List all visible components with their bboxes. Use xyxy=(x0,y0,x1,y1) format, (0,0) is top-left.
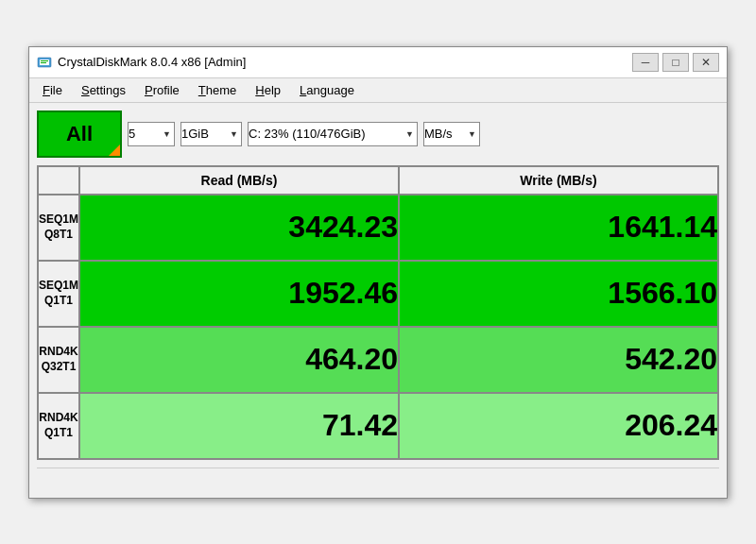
read-value: 3424.23 xyxy=(79,195,399,261)
count-select-wrapper: 1 3 5 9 xyxy=(128,122,175,146)
table-row: SEQ1MQ1T11952.461566.10 xyxy=(38,261,718,327)
table-row: RND4KQ32T1464.20542.20 xyxy=(38,327,718,393)
write-value: 542.20 xyxy=(399,327,718,393)
toolbar: All 1 3 5 9 512MiB 1GiB 2GiB 4GiB xyxy=(37,110,719,158)
read-value: 464.20 xyxy=(79,327,399,393)
write-value: 1641.14 xyxy=(399,195,718,261)
title-bar: CrystalDiskMark 8.0.4 x86 [Admin] ─ □ ✕ xyxy=(29,47,727,78)
maximize-button[interactable]: □ xyxy=(662,53,689,72)
row-label: RND4KQ1T1 xyxy=(38,393,79,459)
row-label: RND4KQ32T1 xyxy=(38,327,79,393)
row-label: SEQ1MQ1T1 xyxy=(38,261,79,327)
svg-rect-3 xyxy=(41,62,46,63)
drive-select-wrapper: C: 23% (110/476GiB) xyxy=(248,122,418,146)
menu-theme[interactable]: Theme xyxy=(189,80,246,100)
menu-file[interactable]: File xyxy=(33,80,72,100)
table-row: SEQ1MQ8T13424.231641.14 xyxy=(38,195,718,261)
write-value: 206.24 xyxy=(399,393,718,459)
menu-language[interactable]: Language xyxy=(290,80,364,100)
results-table: Read (MB/s) Write (MB/s) SEQ1MQ8T13424.2… xyxy=(37,165,719,460)
close-button[interactable]: ✕ xyxy=(693,53,719,72)
status-bar xyxy=(37,468,719,490)
main-window: CrystalDiskMark 8.0.4 x86 [Admin] ─ □ ✕ … xyxy=(28,46,728,499)
table-header-row: Read (MB/s) Write (MB/s) xyxy=(38,166,718,195)
read-value: 71.42 xyxy=(79,393,399,459)
menu-settings[interactable]: Settings xyxy=(72,80,135,100)
menu-profile[interactable]: Profile xyxy=(135,80,189,100)
app-icon xyxy=(37,55,52,70)
unit-select[interactable]: MB/s GB/s IOPS μs xyxy=(423,122,480,146)
svg-rect-2 xyxy=(41,60,48,61)
size-select-wrapper: 512MiB 1GiB 2GiB 4GiB xyxy=(180,122,242,146)
unit-select-wrapper: MB/s GB/s IOPS μs xyxy=(423,122,480,146)
header-write: Write (MB/s) xyxy=(399,166,718,195)
results-body: SEQ1MQ8T13424.231641.14SEQ1MQ1T11952.461… xyxy=(38,195,718,459)
minimize-button[interactable]: ─ xyxy=(632,53,659,72)
title-bar-left: CrystalDiskMark 8.0.4 x86 [Admin] xyxy=(37,55,246,70)
title-buttons: ─ □ ✕ xyxy=(632,53,719,72)
menu-bar: File Settings Profile Theme Help Languag… xyxy=(29,78,727,103)
size-select[interactable]: 512MiB 1GiB 2GiB 4GiB xyxy=(180,122,242,146)
window-title: CrystalDiskMark 8.0.4 x86 [Admin] xyxy=(58,55,246,69)
content-area: All 1 3 5 9 512MiB 1GiB 2GiB 4GiB xyxy=(29,103,727,498)
read-value: 1952.46 xyxy=(79,261,399,327)
row-label: SEQ1MQ8T1 xyxy=(38,195,79,261)
header-read: Read (MB/s) xyxy=(79,166,399,195)
header-label xyxy=(38,166,79,195)
menu-help[interactable]: Help xyxy=(246,80,290,100)
write-value: 1566.10 xyxy=(399,261,718,327)
table-row: RND4KQ1T171.42206.24 xyxy=(38,393,718,459)
all-button[interactable]: All xyxy=(37,110,122,158)
drive-select[interactable]: C: 23% (110/476GiB) xyxy=(248,122,418,146)
count-select[interactable]: 1 3 5 9 xyxy=(128,122,175,146)
